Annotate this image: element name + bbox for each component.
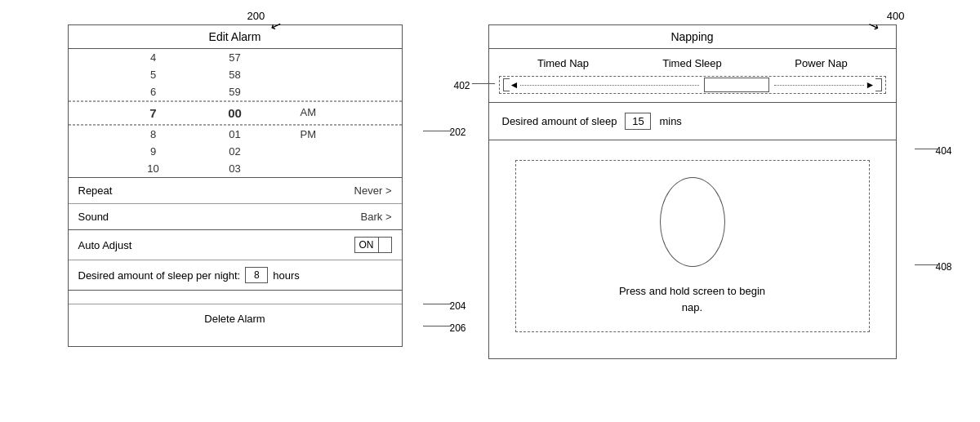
nap-tabs: Timed Nap Timed Sleep Power Nap	[499, 57, 886, 69]
press-hold-text: Press and hold screen to begin nap.	[619, 283, 765, 315]
adjust-section: Auto Adjust ON Desired amount of sleep p…	[69, 230, 402, 291]
time-row-2: 5 58	[69, 66, 402, 83]
time-row-1: 4 57	[69, 49, 402, 66]
desired-sleep-nap-unit: mins	[659, 115, 681, 127]
desired-sleep-nap-label: Desired amount of sleep	[502, 115, 617, 127]
oval-graphic	[660, 177, 725, 267]
press-text-line1: Press and hold screen to begin	[619, 285, 765, 297]
repeat-row[interactable]: Repeat Never >	[69, 178, 402, 204]
sleep-minutes-input[interactable]: 15	[625, 113, 651, 130]
press-hold-box[interactable]: Press and hold screen to begin nap.	[515, 160, 870, 332]
edit-alarm-title: Edit Alarm	[69, 25, 402, 49]
annot-402-line	[472, 83, 495, 84]
repeat-value: Never >	[354, 184, 392, 197]
toggle-slider[interactable]	[378, 238, 391, 252]
annot-404: 404	[935, 145, 951, 157]
desired-sleep-row: Desired amount of sleep per night: 8 hou…	[69, 260, 402, 290]
slider-bracket-left	[503, 78, 510, 91]
tab-timed-nap[interactable]: Timed Nap	[499, 57, 628, 69]
time-row-3: 6 59	[69, 83, 402, 100]
delete-alarm-label: Delete Alarm	[204, 313, 265, 325]
time-row-7: 10 03	[69, 160, 402, 177]
desired-sleep-input[interactable]: 8	[245, 267, 268, 283]
annot-206-line	[423, 326, 452, 326]
press-text-line2: nap.	[682, 301, 702, 313]
sound-value: Bark >	[361, 211, 392, 223]
slider-dots-left	[520, 85, 699, 86]
annot-408: 408	[935, 261, 951, 273]
slider-bracket-right	[875, 78, 882, 91]
slider-dots-right	[774, 85, 863, 86]
sound-row[interactable]: Sound Bark >	[69, 204, 402, 229]
napping-title: Napping	[489, 25, 896, 49]
annot-204: 204	[449, 300, 466, 312]
bottom-spacer	[69, 333, 402, 346]
time-row-5: 8 01 PM	[69, 126, 402, 143]
napping-panel: Napping Timed Nap Timed Sleep Power Nap …	[488, 24, 897, 359]
auto-adjust-toggle[interactable]: ON	[354, 237, 392, 253]
tab-power-nap[interactable]: Power Nap	[757, 57, 886, 69]
auto-adjust-row[interactable]: Auto Adjust ON	[69, 230, 402, 260]
desired-sleep-unit: hours	[273, 269, 300, 282]
nap-tabs-section[interactable]: Timed Nap Timed Sleep Power Nap ◄	[489, 49, 896, 103]
nap-slider-track[interactable]: ◄ ►	[499, 76, 886, 94]
annot-404-line	[915, 149, 938, 149]
desired-sleep-section: Desired amount of sleep 15 mins	[489, 103, 896, 140]
time-row-selected: 7 00 AM	[69, 101, 402, 125]
press-hold-section[interactable]: Press and hold screen to begin nap.	[489, 140, 896, 358]
sound-label: Sound	[78, 211, 109, 223]
annot-204-line	[423, 304, 452, 304]
toggle-on-label: ON	[355, 238, 378, 252]
time-picker[interactable]: 4 57 5 58 6 59	[69, 49, 402, 178]
annot-202: 202	[449, 127, 466, 138]
slider-handle[interactable]	[704, 78, 769, 92]
options-section: Repeat Never > Sound Bark >	[69, 178, 402, 230]
diagram-label-200: 200	[247, 10, 265, 22]
slider-arrow-left: ◄	[510, 79, 519, 91]
spacer-row	[69, 291, 402, 304]
edit-alarm-panel: Edit Alarm 4 57 5 58 6 59	[68, 24, 403, 347]
annot-206: 206	[449, 322, 466, 334]
tab-timed-sleep[interactable]: Timed Sleep	[628, 57, 757, 69]
annot-202-line	[423, 131, 452, 131]
time-row-6: 9 02	[69, 143, 402, 160]
annot-402: 402	[454, 80, 470, 91]
repeat-label: Repeat	[78, 184, 113, 197]
napping-panel-wrapper: 400 ↘ Napping Timed Nap Timed Sleep Powe…	[488, 24, 913, 359]
diagram-label-400: 400	[887, 10, 905, 22]
delete-alarm-button[interactable]: Delete Alarm	[69, 304, 402, 333]
desired-sleep-label: Desired amount of sleep per night:	[78, 269, 241, 282]
annot-408-line	[915, 264, 938, 265]
auto-adjust-label: Auto Adjust	[78, 239, 132, 251]
slider-arrow-right: ►	[866, 79, 875, 91]
